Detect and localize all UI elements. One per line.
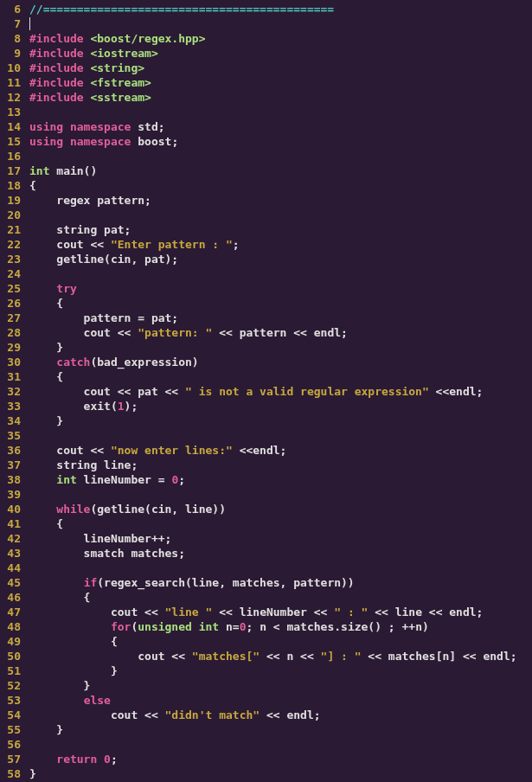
code-line [29, 428, 532, 443]
code-token: } [29, 767, 36, 780]
code-line: } [29, 413, 532, 428]
code-token: <boost/regex.hpp> [90, 32, 205, 45]
code-token [29, 473, 56, 486]
code-token: while [56, 503, 90, 516]
line-number: 27 [2, 311, 21, 325]
code-line: string pat; [29, 222, 532, 237]
code-token: } [29, 341, 63, 354]
code-token: lineNumber++; [29, 532, 171, 545]
line-number: 22 [2, 237, 21, 252]
code-line: { [29, 178, 532, 193]
code-token: << n << [260, 650, 320, 663]
line-number: 8 [2, 31, 21, 46]
code-line: exit(1); [29, 399, 532, 413]
code-token [29, 753, 56, 766]
code-line [29, 208, 532, 222]
code-token: <string> [90, 61, 144, 74]
code-line: { [29, 369, 532, 384]
code-line: smatch matches; [29, 546, 532, 561]
line-number: 15 [2, 134, 21, 149]
line-number: 19 [2, 193, 21, 208]
code-token [29, 576, 84, 589]
code-line: return 0; [29, 752, 532, 766]
line-number: 6 [2, 2, 21, 16]
line-number: 42 [2, 531, 21, 546]
line-number: 52 [2, 678, 21, 693]
line-number: 24 [2, 266, 21, 281]
code-token: { [29, 517, 63, 530]
code-token: try [56, 282, 76, 295]
code-token: cout << [29, 708, 165, 721]
code-token: int [29, 164, 49, 177]
code-token: } [29, 664, 118, 677]
code-area[interactable]: //======================================… [24, 0, 532, 782]
line-number: 41 [2, 516, 21, 531]
line-number: 56 [2, 737, 21, 752]
code-token: main() [49, 164, 97, 177]
code-token: cout << [29, 444, 111, 457]
code-token: ; [111, 753, 118, 766]
line-number: 25 [2, 281, 21, 296]
code-token: #include [29, 32, 90, 45]
code-token: ; n < matches.size() ; ++n) [246, 620, 428, 633]
code-token: #include [29, 47, 90, 60]
line-number: 50 [2, 649, 21, 663]
code-token: namespace [70, 120, 131, 133]
code-token: //======================================… [29, 3, 334, 16]
code-token: (bad_expression) [90, 356, 198, 369]
code-line: #include <fstream> [29, 75, 532, 90]
code-token: ); [125, 400, 138, 413]
line-number: 7 [2, 16, 21, 31]
line-number: 55 [2, 722, 21, 737]
code-token: { [29, 179, 36, 192]
code-line: using namespace boost; [29, 134, 532, 149]
code-line: catch(bad_expression) [29, 355, 532, 369]
code-token: #include [29, 76, 90, 89]
code-token [63, 120, 70, 133]
code-token: <sstream> [90, 91, 151, 104]
code-token: "pattern: " [138, 326, 212, 339]
line-number: 9 [2, 46, 21, 61]
line-number: 37 [2, 458, 21, 472]
code-line: using namespace std; [29, 119, 532, 134]
code-line: cout << "now enter lines:" <<endl; [29, 443, 532, 458]
line-number: 14 [2, 119, 21, 134]
code-line [29, 561, 532, 575]
code-token: { [29, 297, 63, 310]
code-editor[interactable]: 6789101112131415161718192021222324252627… [0, 0, 532, 782]
code-line [29, 149, 532, 163]
code-token: using [29, 120, 63, 133]
code-line: getline(cin, pat); [29, 252, 532, 266]
code-token: (getline(cin, line)) [90, 503, 226, 516]
code-line: try [29, 281, 532, 296]
code-line [29, 105, 532, 119]
code-token: { [29, 591, 90, 604]
code-token: cout << [29, 650, 192, 663]
line-number: 20 [2, 208, 21, 222]
code-token: std; [131, 120, 164, 133]
line-number: 11 [2, 75, 21, 90]
code-line: lineNumber++; [29, 531, 532, 546]
code-line: } [29, 678, 532, 693]
code-line: cout << "line " << lineNumber << " : " <… [29, 605, 532, 619]
line-number: 30 [2, 355, 21, 369]
code-token: string line; [29, 458, 138, 471]
line-number: 16 [2, 149, 21, 163]
code-token: << lineNumber << [212, 606, 334, 619]
code-token: boost; [131, 135, 178, 148]
code-token: (regex_search(line, matches, pattern)) [97, 576, 354, 589]
line-number: 31 [2, 369, 21, 384]
code-token: << endl; [260, 708, 320, 721]
code-line: cout << "Enter pattern : "; [29, 237, 532, 252]
line-number: 39 [2, 487, 21, 502]
code-token: <iostream> [90, 47, 157, 60]
code-line: } [29, 766, 532, 781]
code-token: catch [56, 356, 90, 369]
code-token: #include [29, 91, 90, 104]
code-token: return [56, 753, 97, 766]
code-line: cout << pat << " is not a valid regular … [29, 384, 532, 399]
line-number: 58 [2, 766, 21, 781]
code-token: int [199, 620, 219, 633]
line-number: 29 [2, 340, 21, 355]
code-token: if [84, 576, 98, 589]
